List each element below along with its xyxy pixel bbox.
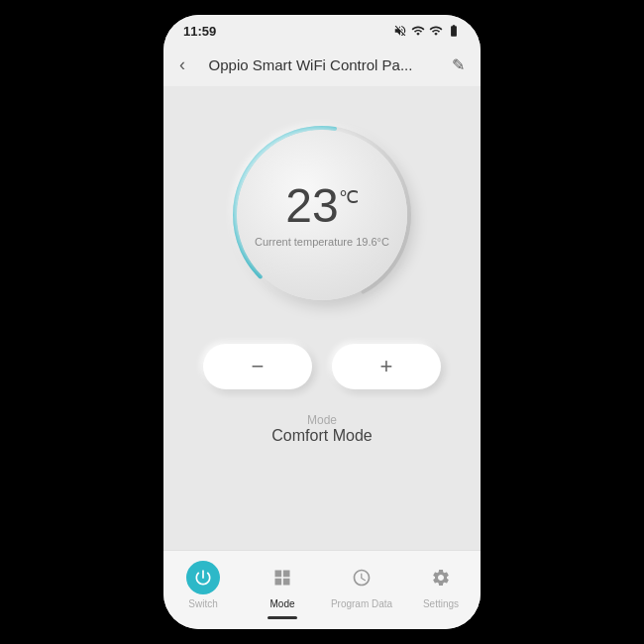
- mode-nav-label: Mode: [269, 598, 294, 609]
- grid-icon: [272, 568, 292, 588]
- settings-icon-wrap: [424, 561, 458, 594]
- switch-label: Switch: [188, 598, 217, 609]
- current-temperature: Current temperature 19.6°C: [255, 236, 389, 248]
- thermostat-dial[interactable]: 23℃ Current temperature 19.6°C: [223, 116, 421, 314]
- status-icons: [393, 24, 461, 38]
- main-content: 23℃ Current temperature 19.6°C − + Mode …: [163, 86, 481, 550]
- gear-icon: [431, 568, 451, 588]
- nav-item-settings[interactable]: Settings: [401, 561, 481, 609]
- page-title: Oppio Smart WiFi Control Pa...: [193, 56, 428, 73]
- nav-item-mode[interactable]: Mode: [243, 561, 322, 609]
- wifi-icon: [429, 24, 443, 38]
- mode-label: Mode: [271, 413, 372, 427]
- settings-label: Settings: [423, 598, 459, 609]
- bottom-nav: Switch Mode Program Data: [163, 550, 481, 629]
- temperature-controls: − +: [203, 344, 441, 389]
- mute-icon: [393, 24, 407, 38]
- decrement-button[interactable]: −: [203, 344, 312, 389]
- program-icon-wrap: [345, 561, 378, 594]
- header: ‹ Oppio Smart WiFi Control Pa... ✎: [163, 43, 481, 86]
- status-time: 11:59: [183, 24, 216, 39]
- edit-button[interactable]: ✎: [452, 55, 465, 74]
- mode-icon-wrap: [266, 561, 299, 594]
- back-button[interactable]: ‹: [179, 51, 193, 79]
- mode-section: Mode Comfort Mode: [271, 413, 372, 445]
- battery-icon: [447, 24, 461, 38]
- dial-inner: 23℃ Current temperature 19.6°C: [237, 130, 407, 300]
- target-temperature: 23℃: [285, 182, 358, 230]
- status-bar: 11:59: [163, 15, 481, 43]
- nav-item-switch[interactable]: Switch: [163, 561, 243, 609]
- signal-icon: [411, 24, 425, 38]
- mode-value: Comfort Mode: [271, 427, 372, 445]
- increment-button[interactable]: +: [332, 344, 441, 389]
- switch-icon-wrap: [186, 561, 220, 594]
- nav-item-program[interactable]: Program Data: [322, 561, 401, 609]
- program-label: Program Data: [331, 598, 392, 609]
- power-icon: [193, 568, 213, 588]
- clock-icon: [352, 568, 372, 588]
